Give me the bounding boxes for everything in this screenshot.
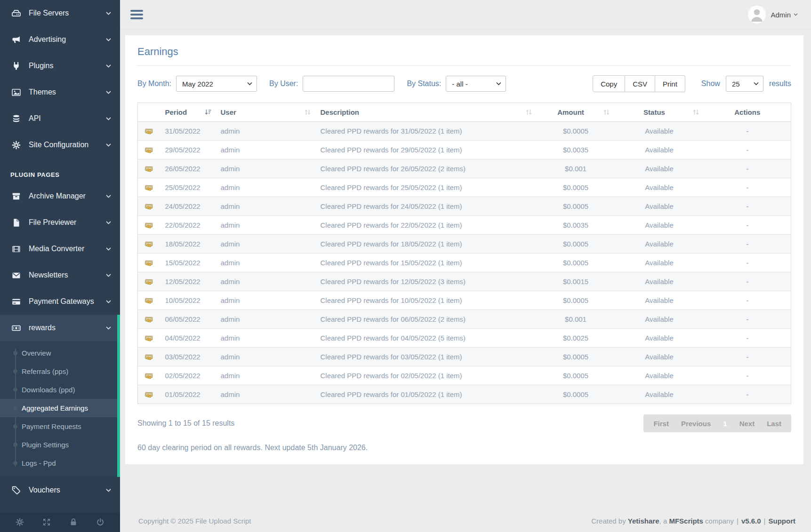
table-row[interactable]: 01/05/2022 admin Cleared PPD rewards for…	[138, 385, 791, 404]
chevron-down-icon	[106, 12, 112, 15]
column-header-description[interactable]: Description	[316, 103, 537, 122]
settings-gear-icon[interactable]	[16, 518, 24, 526]
cell-actions: -	[704, 235, 791, 254]
cell-amount: $0.0005	[537, 122, 615, 141]
support-link[interactable]: Support	[769, 517, 796, 525]
cell-amount: $0.0005	[537, 178, 615, 197]
sidebar-item-site-configuration[interactable]: Site Configuration	[0, 132, 120, 158]
cell-amount: $0.0005	[537, 291, 615, 310]
cell-status: Available	[615, 178, 704, 197]
sidebar-item-api[interactable]: API	[0, 105, 120, 132]
table-row[interactable]: 25/05/2022 admin Cleared PPD rewards for…	[138, 178, 791, 197]
pagination-next[interactable]: Next	[733, 420, 761, 428]
submenu-item-plugin-settings[interactable]: Plugin Settings	[0, 436, 120, 454]
money-reward-icon	[145, 259, 153, 267]
tag-icon	[10, 486, 22, 495]
column-header-period[interactable]: Period	[161, 103, 216, 122]
submenu-item-referrals-pps[interactable]: Referrals (pps)	[0, 362, 120, 381]
results-summary: Showing 1 to 15 of 15 results	[137, 419, 234, 428]
cell-amount: $0.0005	[537, 385, 615, 404]
table-row[interactable]: 12/05/2022 admin Cleared PPD rewards for…	[138, 272, 791, 291]
submenu-item-payment-requests[interactable]: Payment Requests	[0, 417, 120, 436]
submenu-item-aggregated-earnings[interactable]: Aggregated Earnings	[0, 399, 120, 417]
cell-amount: $0.001	[537, 159, 615, 178]
money-reward-icon	[145, 353, 153, 361]
table-row[interactable]: 22/05/2022 admin Cleared PPD rewards for…	[138, 216, 791, 235]
column-header-user[interactable]: User	[216, 103, 316, 122]
pagination-page-1[interactable]: 1	[717, 420, 733, 428]
chevron-down-icon	[794, 13, 798, 16]
cell-description: Cleared PPD rewards for 18/05/2022 (1 it…	[316, 235, 537, 254]
clearing-period-note: 60 day clearing period on all rewards. N…	[137, 444, 791, 452]
show-entries-select[interactable]: 25	[726, 76, 763, 92]
sidebar-item-file-servers[interactable]: File Servers	[0, 0, 120, 26]
sidebar-item-file-previewer[interactable]: File Previewer	[0, 209, 120, 236]
column-header-actions: Actions	[704, 103, 791, 122]
sidebar-item-label: Archive Manager	[29, 192, 106, 200]
submenu-item-downloads-ppd[interactable]: Downloads (ppd)	[0, 381, 120, 399]
cell-amount: $0.0025	[537, 329, 615, 348]
sidebar-item-payment-gateways[interactable]: Payment Gateways	[0, 288, 120, 315]
submenu-item-overview[interactable]: Overview	[0, 344, 120, 362]
sidebar-item-label: Plugins	[29, 62, 106, 70]
csv-button[interactable]: CSV	[625, 75, 655, 92]
by-status-select[interactable]: - all -	[446, 76, 506, 92]
cell-description: Cleared PPD rewards for 06/05/2022 (2 it…	[316, 310, 537, 329]
content: Earnings By Month: May 2022 By User: By …	[120, 30, 811, 510]
money-reward-icon	[145, 334, 153, 342]
table-row[interactable]: 18/05/2022 admin Cleared PPD rewards for…	[138, 235, 791, 254]
pagination-first[interactable]: First	[647, 420, 675, 428]
sidebar-item-label: Vouchers	[29, 486, 106, 494]
lock-icon[interactable]	[69, 518, 78, 526]
submenu-item-logs-ppd[interactable]: Logs - Ppd	[0, 454, 120, 472]
column-header-status[interactable]: Status	[615, 103, 704, 122]
money-icon	[10, 324, 22, 333]
money-reward-icon	[145, 146, 153, 154]
column-header-amount[interactable]: Amount	[537, 103, 615, 122]
mfscripts-link[interactable]: MFScripts	[669, 517, 703, 525]
table-row[interactable]: 02/05/2022 admin Cleared PPD rewards for…	[138, 366, 791, 385]
cell-actions: -	[704, 197, 791, 216]
cell-user: admin	[216, 122, 316, 141]
by-month-label: By Month:	[137, 79, 171, 88]
print-button[interactable]: Print	[655, 75, 685, 92]
cell-description: Cleared PPD rewards for 10/05/2022 (1 it…	[316, 291, 537, 310]
table-row[interactable]: 03/05/2022 admin Cleared PPD rewards for…	[138, 348, 791, 366]
pagination-last[interactable]: Last	[761, 420, 787, 428]
pagination-previous[interactable]: Previous	[675, 420, 717, 428]
cell-amount: $0.0035	[537, 141, 615, 159]
copy-button[interactable]: Copy	[593, 75, 625, 92]
user-menu[interactable]: Admin	[771, 11, 798, 19]
sidebar-item-rewards[interactable]: rewards	[0, 315, 120, 341]
table-row[interactable]: 29/05/2022 admin Cleared PPD rewards for…	[138, 141, 791, 159]
table-row[interactable]: 15/05/2022 admin Cleared PPD rewards for…	[138, 254, 791, 272]
power-icon[interactable]	[96, 518, 104, 526]
yetishare-link[interactable]: Yetishare	[628, 517, 659, 525]
cell-actions: -	[704, 291, 791, 310]
menu-toggle-button[interactable]	[128, 8, 145, 21]
sidebar-item-label: Themes	[29, 88, 106, 96]
sidebar-item-archive-manager[interactable]: Archive Manager	[0, 183, 120, 209]
avatar[interactable]	[748, 6, 766, 24]
table-row[interactable]: 26/05/2022 admin Cleared PPD rewards for…	[138, 159, 791, 178]
table-row[interactable]: 31/05/2022 admin Cleared PPD rewards for…	[138, 122, 791, 141]
money-reward-icon	[145, 184, 153, 192]
sidebar-item-media-converter[interactable]: Media Converter	[0, 236, 120, 262]
table-row[interactable]: 04/05/2022 admin Cleared PPD rewards for…	[138, 329, 791, 348]
table-row[interactable]: 10/05/2022 admin Cleared PPD rewards for…	[138, 291, 791, 310]
footer-credits: Created by Yetishare, a MFScripts compan…	[591, 517, 795, 525]
sort-icon	[692, 109, 699, 115]
sidebar-item-themes[interactable]: Themes	[0, 79, 120, 105]
table-row[interactable]: 24/05/2022 admin Cleared PPD rewards for…	[138, 197, 791, 216]
fullscreen-expand-icon[interactable]	[42, 518, 51, 526]
sidebar-item-plugins[interactable]: Plugins	[0, 53, 120, 79]
by-user-input[interactable]	[303, 76, 394, 92]
cell-description: Cleared PPD rewards for 02/05/2022 (1 it…	[316, 366, 537, 385]
filter-row: By Month: May 2022 By User: By Status: -…	[137, 75, 791, 92]
by-month-select[interactable]: May 2022	[176, 76, 257, 92]
sidebar-item-newsletters[interactable]: Newsletters	[0, 262, 120, 288]
sidebar-item-vouchers[interactable]: Vouchers	[0, 477, 120, 503]
table-row[interactable]: 06/05/2022 admin Cleared PPD rewards for…	[138, 310, 791, 329]
earnings-table: Period User Description Amount Status Ac…	[137, 103, 791, 404]
sidebar-item-advertising[interactable]: Advertising	[0, 26, 120, 53]
